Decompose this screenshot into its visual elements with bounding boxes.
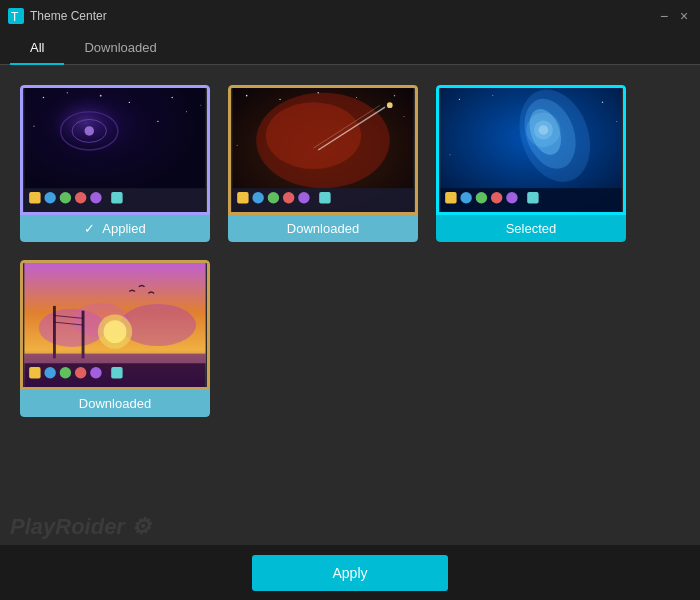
svg-point-78 [75, 367, 86, 378]
svg-rect-17 [29, 192, 40, 203]
svg-point-76 [44, 367, 55, 378]
apply-button[interactable]: Apply [252, 555, 447, 591]
svg-point-50 [539, 125, 549, 135]
watermark: PlayRoider ⚙ [10, 514, 151, 540]
theme-thumb-downloaded-1 [228, 85, 418, 215]
tab-all[interactable]: All [10, 32, 64, 65]
theme-card-applied[interactable]: ✓ Applied [20, 85, 210, 242]
theme-card-downloaded-2[interactable]: Downloaded [20, 260, 210, 417]
titlebar-controls[interactable]: − × [656, 8, 692, 24]
svg-point-9 [186, 111, 187, 112]
theme-card-downloaded-1[interactable]: Downloaded [228, 85, 418, 242]
tab-downloaded[interactable]: Downloaded [64, 32, 176, 65]
theme-thumb-applied [20, 85, 210, 215]
svg-rect-38 [237, 192, 248, 203]
svg-point-30 [356, 97, 357, 98]
svg-point-18 [44, 192, 55, 203]
svg-point-52 [492, 95, 493, 96]
svg-point-29 [317, 92, 319, 94]
app-icon: T [8, 8, 24, 24]
svg-point-3 [43, 96, 148, 172]
theme-label-selected: Selected [436, 215, 626, 242]
minimize-button[interactable]: − [656, 8, 672, 24]
svg-point-27 [246, 95, 248, 97]
svg-point-15 [84, 126, 94, 136]
svg-point-31 [394, 95, 395, 96]
svg-point-26 [266, 102, 361, 169]
svg-point-7 [129, 102, 130, 103]
window-title: Theme Center [30, 9, 107, 23]
checkmark-icon: ✓ [84, 221, 95, 236]
svg-rect-23 [29, 174, 201, 185]
svg-rect-62 [527, 192, 538, 203]
svg-point-54 [616, 121, 617, 122]
theme-label-applied: ✓ Applied [20, 215, 210, 242]
svg-point-58 [460, 192, 471, 203]
tabs-bar: All Downloaded [0, 32, 700, 65]
svg-rect-57 [445, 192, 456, 203]
svg-text:T: T [11, 10, 19, 24]
svg-point-5 [67, 92, 68, 93]
svg-point-77 [60, 367, 71, 378]
svg-point-79 [90, 367, 101, 378]
theme-thumb-selected [436, 85, 626, 215]
svg-point-36 [387, 102, 393, 108]
theme-label-downloaded-2: Downloaded [20, 390, 210, 417]
svg-rect-75 [29, 367, 40, 378]
theme-label-downloaded-1: Downloaded [228, 215, 418, 242]
svg-point-51 [459, 99, 460, 100]
svg-point-41 [283, 192, 294, 203]
watermark-gear: ⚙ [131, 514, 151, 539]
svg-point-68 [104, 320, 127, 343]
svg-point-12 [200, 105, 201, 106]
svg-point-20 [75, 192, 86, 203]
svg-point-60 [491, 192, 502, 203]
titlebar: T Theme Center − × [0, 0, 700, 32]
svg-point-19 [60, 192, 71, 203]
svg-point-4 [43, 97, 45, 99]
svg-point-6 [100, 95, 102, 97]
svg-point-39 [252, 192, 263, 203]
theme-card-selected[interactable]: Selected [436, 85, 626, 242]
svg-point-21 [90, 192, 101, 203]
svg-point-55 [449, 154, 450, 155]
svg-point-61 [506, 192, 517, 203]
titlebar-left: T Theme Center [8, 8, 107, 24]
svg-rect-22 [111, 192, 122, 203]
svg-point-53 [602, 102, 604, 104]
svg-point-42 [298, 192, 309, 203]
svg-point-28 [280, 99, 281, 100]
svg-rect-43 [319, 192, 330, 203]
svg-point-33 [237, 145, 238, 146]
svg-rect-80 [111, 367, 122, 378]
svg-rect-69 [53, 306, 56, 358]
svg-point-8 [171, 97, 173, 99]
bottom-bar: Apply [0, 545, 700, 600]
close-button[interactable]: × [676, 8, 692, 24]
themes-grid: ✓ Applied [0, 65, 700, 437]
svg-point-40 [268, 192, 279, 203]
svg-point-59 [476, 192, 487, 203]
svg-rect-73 [24, 354, 205, 364]
svg-point-66 [120, 304, 196, 346]
watermark-text: PlayRoider [10, 514, 125, 539]
svg-point-32 [404, 116, 405, 117]
svg-point-10 [33, 125, 34, 126]
theme-thumb-downloaded-2 [20, 260, 210, 390]
svg-point-11 [157, 121, 158, 122]
